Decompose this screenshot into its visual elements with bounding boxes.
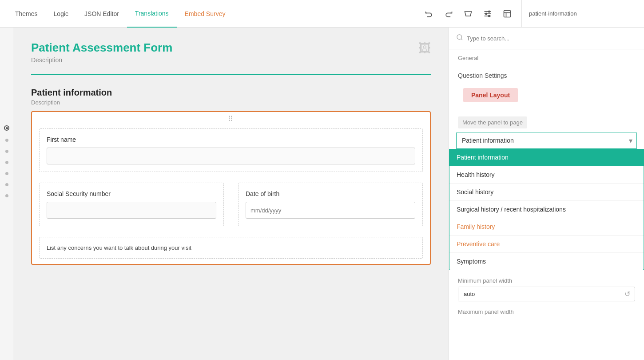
dot-4 [5, 172, 8, 175]
min-width-input[interactable] [458, 287, 620, 301]
question-label-concerns: List any concerns you want to talk about… [47, 244, 415, 251]
nav-logic[interactable]: Logic [46, 0, 76, 28]
question-concerns: List any concerns you want to talk about… [39, 237, 423, 259]
reset-icon[interactable]: ↺ [620, 287, 635, 301]
svg-point-10 [457, 35, 462, 40]
dot-2 [5, 150, 8, 153]
book-button[interactable] [500, 7, 514, 21]
move-panel-section: Move the panel to page [449, 113, 644, 128]
dropdown-input[interactable] [456, 132, 637, 149]
search-icon [456, 34, 463, 43]
image-placeholder-icon: 🖼 [418, 41, 431, 56]
dropdown-option-preventive-care[interactable]: Preventive care [449, 236, 644, 253]
nav-json-editor[interactable]: JSON Editor [76, 0, 127, 28]
form-title: Patient Assessment Form [31, 41, 172, 55]
dropdown-option-symptoms[interactable]: Symptoms [449, 253, 644, 270]
side-dots [0, 28, 13, 360]
dot-target[interactable] [4, 125, 9, 131]
general-label: General [449, 49, 644, 67]
nav-embed-survey[interactable]: Embed Survey [177, 0, 234, 28]
question-label-ssn: Social Security number [47, 190, 216, 197]
svg-point-4 [489, 11, 490, 12]
min-width-label: Minimum panel width [458, 277, 635, 284]
panel-description: Description [31, 99, 431, 106]
panel-box: ⠿ First name Social Security number Date… [31, 111, 431, 265]
survey-canvas: Patient Assessment Form Description 🖼 Pa… [13, 28, 449, 360]
question-input-ssn[interactable] [47, 202, 216, 219]
main-layout: Patient Assessment Form Description 🖼 Pa… [0, 28, 644, 360]
dropdown-wrapper[interactable]: ▾ [456, 132, 637, 149]
top-nav: Themes Logic JSON Editor Translations Em… [0, 0, 644, 28]
question-settings-label: Question Settings [449, 67, 644, 84]
dot-3 [5, 161, 8, 164]
question-row-ssn-dob: Social Security number Date of birth [32, 177, 430, 232]
question-first-name[interactable]: First name [39, 128, 423, 172]
panel-title: Patient information [31, 88, 431, 98]
min-width-input-wrap: ↺ [458, 287, 635, 301]
question-input-dob[interactable] [246, 202, 415, 219]
dropdown-option-patient-info[interactable]: Patient information [449, 149, 644, 166]
question-ssn[interactable]: Social Security number [39, 183, 224, 226]
question-dob[interactable]: Date of birth [238, 183, 423, 226]
svg-point-5 [485, 13, 487, 14]
svg-marker-0 [465, 12, 472, 16]
move-panel-label: Move the panel to page [458, 116, 527, 128]
erase-button[interactable] [461, 7, 475, 21]
dropdown-list: Patient information Health history Socia… [449, 149, 644, 270]
panel-layout-button[interactable]: Panel Layout [463, 88, 518, 102]
question-label-first-name: First name [47, 136, 415, 143]
min-width-section: Minimum panel width ↺ [449, 270, 644, 301]
dot-5 [5, 183, 8, 186]
question-input-first-name[interactable] [47, 148, 415, 164]
form-header-text: Patient Assessment Form Description [31, 41, 172, 64]
redo-button[interactable] [441, 7, 456, 21]
svg-line-11 [461, 39, 462, 40]
undo-button[interactable] [422, 7, 436, 21]
panel-title-section: Patient information Description [31, 88, 431, 106]
nav-translations[interactable]: Translations [127, 0, 177, 28]
dropdown-option-social-history[interactable]: Social history [449, 184, 644, 201]
dot-1 [5, 139, 8, 142]
header-divider [31, 74, 431, 75]
search-box [449, 28, 644, 49]
panel-drag-handle[interactable]: ⠿ [32, 112, 430, 123]
svg-rect-7 [504, 10, 511, 17]
max-width-label: Maximum panel width [449, 301, 644, 315]
nav-toolbar [422, 7, 514, 21]
breadcrumb: patient-information [521, 0, 637, 28]
form-header: Patient Assessment Form Description 🖼 [31, 41, 431, 64]
options-button[interactable] [481, 7, 495, 21]
dropdown-option-surgical-history[interactable]: Surgical history / recent hospitalizatio… [449, 201, 644, 218]
dropdown-option-family-history[interactable]: Family history [449, 218, 644, 236]
nav-themes[interactable]: Themes [7, 0, 46, 28]
right-panel: General Question Settings Panel Layout M… [449, 28, 644, 360]
question-label-dob: Date of birth [246, 190, 415, 197]
dot-6 [5, 194, 8, 197]
svg-point-6 [489, 15, 490, 16]
dropdown-option-health-history[interactable]: Health history [449, 166, 644, 184]
form-description: Description [31, 56, 172, 64]
search-input[interactable] [467, 35, 637, 42]
